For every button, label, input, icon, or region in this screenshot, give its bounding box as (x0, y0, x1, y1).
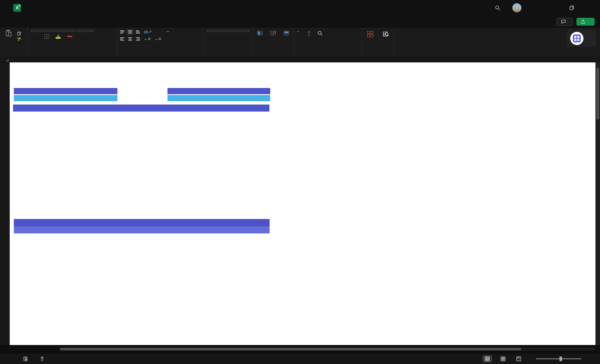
column-header-row (0, 57, 600, 62)
align-center-icon[interactable] (128, 37, 132, 40)
fiscal-year-header-row (14, 227, 270, 233)
page-break-view-button[interactable] (514, 355, 524, 363)
finmodelslab-icon (570, 32, 583, 45)
horizontal-scroll-thumb[interactable] (60, 348, 521, 350)
merge-center-button[interactable] (167, 31, 173, 32)
insert-cells-button[interactable] (255, 30, 264, 38)
premium-diamond-icon[interactable] (533, 5, 539, 11)
orientation-icon[interactable]: ab↗ (144, 29, 152, 34)
sort-filter-icon: AZ (308, 31, 310, 36)
horizontal-scrollbar[interactable] (59, 347, 595, 351)
share-button[interactable] (576, 18, 595, 26)
user-avatar[interactable] (512, 3, 521, 12)
addins-icon (367, 31, 373, 37)
zoom-slider-thumb[interactable] (560, 356, 562, 361)
align-middle-icon[interactable] (128, 30, 132, 34)
comments-button[interactable] (557, 18, 573, 26)
fill-button[interactable] (297, 31, 303, 32)
align-right-icon[interactable] (136, 37, 140, 40)
align-bottom-icon[interactable] (136, 30, 140, 34)
sort-filter-button[interactable]: AZ (306, 29, 312, 40)
analyze-data-button[interactable] (381, 30, 391, 39)
ribbon-group-editing: AZ (294, 28, 362, 57)
title-bar: X (0, 0, 600, 16)
ribbon: ab↗ ←≡ →≡ (0, 28, 600, 57)
analyze-data-icon (383, 31, 389, 37)
align-top-icon[interactable] (120, 30, 124, 34)
breakeven-calculation-table (14, 219, 270, 234)
format-cells-button[interactable] (282, 30, 291, 38)
font-name-select[interactable] (31, 30, 76, 32)
accessibility-status[interactable] (40, 356, 47, 361)
minimize-button[interactable] (551, 5, 557, 11)
font-color-button[interactable] (67, 36, 72, 37)
magnifier-icon (317, 31, 323, 36)
breakeven-date-header (14, 88, 117, 94)
merge-center-icon (167, 31, 169, 32)
status-bar (0, 353, 600, 364)
vertical-scroll-thumb[interactable] (596, 68, 599, 119)
search-icon[interactable] (495, 5, 501, 11)
format-icon (284, 31, 289, 35)
number-format-select[interactable] (207, 30, 249, 32)
vertical-scrollbar[interactable] (595, 62, 600, 345)
normal-view-button[interactable] (483, 355, 492, 363)
insert-icon (257, 31, 262, 35)
align-left-icon[interactable] (120, 37, 124, 40)
increase-indent-icon[interactable]: →≡ (154, 36, 161, 41)
breakeven-date-value (14, 95, 117, 101)
addins-button[interactable] (365, 30, 375, 39)
macro-record-icon[interactable] (23, 356, 28, 361)
decrease-indent-icon[interactable]: ←≡ (144, 36, 150, 41)
excel-window: X (0, 0, 600, 364)
font-size-select[interactable] (77, 30, 94, 32)
sheet-tab-bar (0, 345, 600, 353)
excel-logo-icon: X (13, 4, 21, 12)
ribbon-group-addins (362, 28, 394, 57)
close-button[interactable] (586, 5, 592, 11)
select-all-corner[interactable] (0, 57, 10, 62)
ribbon-group-font (28, 28, 117, 57)
sheet-canvas[interactable] (10, 62, 595, 345)
fill-color-button[interactable] (56, 35, 61, 39)
table-title-bar (14, 219, 270, 227)
months-to-breakeven-value (168, 95, 270, 101)
ribbon-group-clipboard (0, 28, 28, 57)
ribbon-group-number (204, 28, 253, 57)
borders-button[interactable] (45, 34, 49, 39)
paste-button[interactable] (3, 29, 14, 40)
copy-button[interactable] (17, 31, 25, 36)
row-header-column (0, 62, 10, 345)
fill-down-icon (297, 31, 299, 32)
zoom-slider[interactable] (536, 358, 581, 359)
months-to-breakeven-header (168, 88, 270, 94)
breakeven-chart (19, 135, 267, 200)
page-layout-view-button[interactable] (498, 355, 508, 363)
ribbon-tab-bar (0, 16, 600, 28)
ribbon-group-alignment: ab↗ ←≡ →≡ (117, 28, 204, 57)
delete-icon: × (271, 31, 276, 35)
delete-cells-button[interactable]: × (269, 30, 278, 38)
chart-title-bar (13, 105, 269, 111)
find-select-button[interactable] (315, 29, 325, 39)
ribbon-group-cells: × (253, 28, 294, 57)
scroll-up-icon[interactable] (595, 62, 600, 67)
format-painter-button[interactable] (17, 37, 25, 41)
finmodelslab-logo (567, 30, 596, 47)
restore-button[interactable] (569, 5, 575, 11)
